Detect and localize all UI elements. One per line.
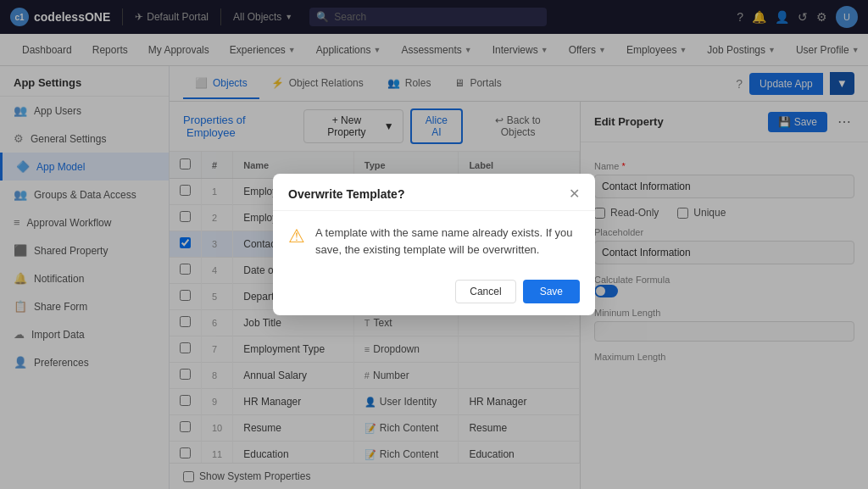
dialog-save-button[interactable]: Save <box>523 280 580 303</box>
dialog-body: ⚠ A template with the same name already … <box>273 211 595 271</box>
dialog-footer: Cancel Save <box>273 271 595 315</box>
dialog-message: A template with the same name already ex… <box>315 225 580 258</box>
dialog-header: Overwrite Template? ✕ <box>273 174 595 211</box>
overwrite-dialog: Overwrite Template? ✕ ⚠ A template with … <box>273 174 595 315</box>
warning-icon: ⚠ <box>288 225 305 247</box>
dialog-cancel-button[interactable]: Cancel <box>455 280 515 303</box>
dialog-overlay: Overwrite Template? ✕ ⚠ A template with … <box>0 0 868 489</box>
dialog-close-button[interactable]: ✕ <box>569 186 580 202</box>
dialog-title: Overwrite Template? <box>288 187 404 201</box>
